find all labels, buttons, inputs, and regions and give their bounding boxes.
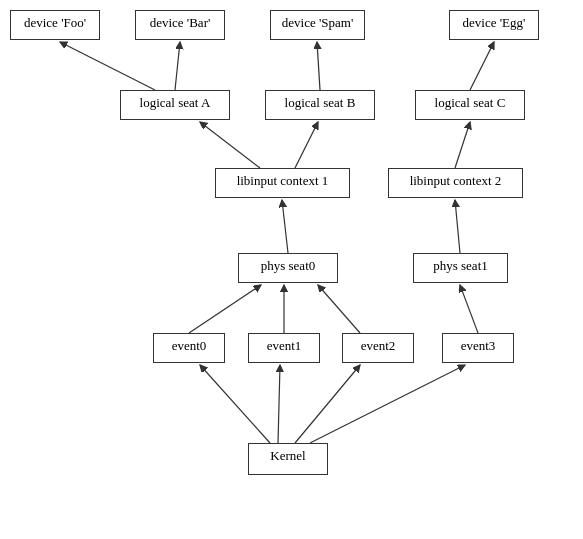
svg-line-2 <box>175 42 180 90</box>
logical-seat-a-node: logical seat A <box>120 90 230 120</box>
device-spam-node: device 'Spam' <box>270 10 365 40</box>
svg-line-8 <box>282 200 288 253</box>
event0-node: event0 <box>153 333 225 363</box>
svg-line-7 <box>455 122 470 168</box>
logical-seat-b-node: logical seat B <box>265 90 375 120</box>
svg-line-17 <box>310 365 465 443</box>
event3-node: event3 <box>442 333 514 363</box>
svg-line-6 <box>295 122 318 168</box>
device-foo-node: device 'Foo' <box>10 10 100 40</box>
diagram: device 'Foo' device 'Bar' device 'Spam' … <box>0 0 583 539</box>
phys-seat1-node: phys seat1 <box>413 253 508 283</box>
svg-line-16 <box>295 365 360 443</box>
svg-line-13 <box>460 285 478 333</box>
kernel-node: Kernel <box>248 443 328 475</box>
libinput-context-1-node: libinput context 1 <box>215 168 350 198</box>
device-egg-node: device 'Egg' <box>449 10 539 40</box>
libinput-context-2-node: libinput context 2 <box>388 168 523 198</box>
svg-line-3 <box>317 42 320 90</box>
svg-line-1 <box>60 42 155 90</box>
phys-seat0-node: phys seat0 <box>238 253 338 283</box>
event1-node: event1 <box>248 333 320 363</box>
svg-line-15 <box>278 365 280 443</box>
svg-line-9 <box>455 200 460 253</box>
svg-line-12 <box>318 285 360 333</box>
svg-line-10 <box>189 285 261 333</box>
svg-line-14 <box>200 365 270 443</box>
svg-line-4 <box>470 42 494 90</box>
device-bar-node: device 'Bar' <box>135 10 225 40</box>
svg-line-5 <box>200 122 260 168</box>
event2-node: event2 <box>342 333 414 363</box>
logical-seat-c-node: logical seat C <box>415 90 525 120</box>
